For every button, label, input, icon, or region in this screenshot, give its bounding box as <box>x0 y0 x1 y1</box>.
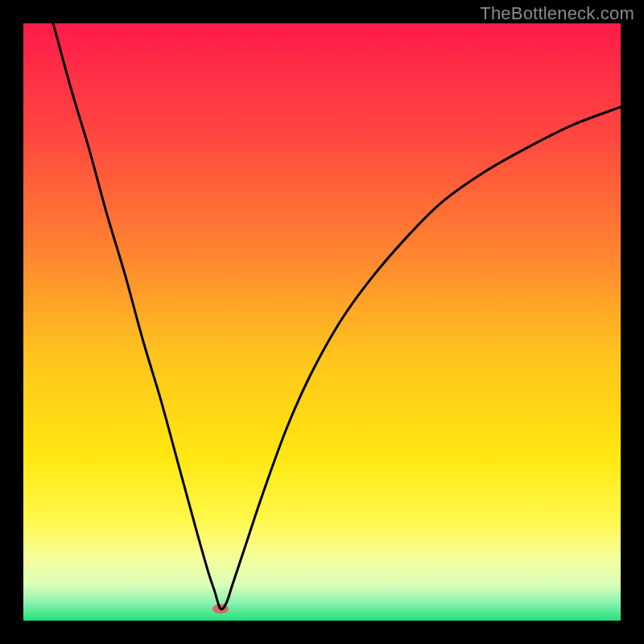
bottleneck-curve-chart <box>23 23 621 621</box>
plot-area <box>23 23 621 621</box>
chart-background <box>23 23 621 621</box>
watermark-label: TheBottleneck.com <box>480 3 634 24</box>
chart-frame: TheBottleneck.com <box>0 0 644 644</box>
